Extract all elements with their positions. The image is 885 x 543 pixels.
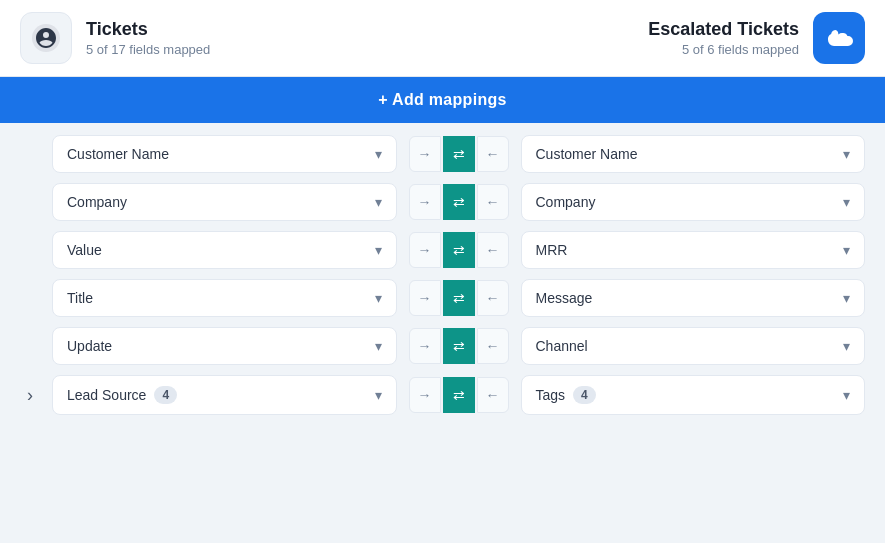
right-field-label: MRR	[536, 242, 568, 258]
mapping-row-6: › Lead Source 4 ▾ → ⇄ ← Tags 4 ▾	[20, 375, 865, 415]
arrow-controls-5: → ⇄ ←	[409, 328, 509, 364]
arrow-right-btn-4[interactable]: →	[409, 280, 441, 316]
left-field-label: Title	[67, 290, 93, 306]
expand-btn-6[interactable]: ›	[20, 385, 40, 406]
escalated-logo	[813, 12, 865, 64]
mappings-list: Customer Name ▾ → ⇄ ← Customer Name ▾ Co…	[0, 123, 885, 427]
header-left: Tickets 5 of 17 fields mapped	[20, 12, 210, 64]
header-right: Escalated Tickets 5 of 6 fields mapped	[648, 12, 865, 64]
tickets-info: Tickets 5 of 17 fields mapped	[86, 19, 210, 57]
arrow-left-btn-2[interactable]: ←	[477, 184, 509, 220]
right-field-label: Tags	[536, 387, 566, 403]
arrow-right-btn-6[interactable]: →	[409, 377, 441, 413]
chevron-down-icon: ▾	[375, 242, 382, 258]
arrow-left-btn-1[interactable]: ←	[477, 136, 509, 172]
mapping-row-3: Value ▾ → ⇄ ← MRR ▾	[20, 231, 865, 269]
left-field-lead-source[interactable]: Lead Source 4 ▾	[52, 375, 397, 415]
arrow-controls-2: → ⇄ ←	[409, 184, 509, 220]
chevron-down-icon: ▾	[843, 338, 850, 354]
left-field-label: Company	[67, 194, 127, 210]
arrow-left-btn-4[interactable]: ←	[477, 280, 509, 316]
chevron-down-icon: ▾	[375, 194, 382, 210]
arrow-controls-6: → ⇄ ←	[409, 377, 509, 413]
right-field-customer-name[interactable]: Customer Name ▾	[521, 135, 866, 173]
chevron-down-icon: ▾	[843, 290, 850, 306]
chevron-down-icon: ▾	[843, 194, 850, 210]
header: Tickets 5 of 17 fields mapped Escalated …	[0, 0, 885, 77]
right-field-label: Channel	[536, 338, 588, 354]
tags-badge: 4	[573, 386, 596, 404]
chevron-down-icon: ▾	[843, 242, 850, 258]
lead-source-badge: 4	[154, 386, 177, 404]
swap-btn-3[interactable]: ⇄	[443, 232, 475, 268]
left-field-customer-name[interactable]: Customer Name ▾	[52, 135, 397, 173]
right-field-label: Company	[536, 194, 596, 210]
swap-btn-6[interactable]: ⇄	[443, 377, 475, 413]
tickets-title: Tickets	[86, 19, 210, 40]
arrow-controls-1: → ⇄ ←	[409, 136, 509, 172]
left-field-value[interactable]: Value ▾	[52, 231, 397, 269]
left-field-label: Customer Name	[67, 146, 169, 162]
arrow-right-btn-5[interactable]: →	[409, 328, 441, 364]
mapping-row-4: Title ▾ → ⇄ ← Message ▾	[20, 279, 865, 317]
arrow-left-btn-3[interactable]: ←	[477, 232, 509, 268]
chevron-down-icon: ▾	[375, 338, 382, 354]
right-field-mrr[interactable]: MRR ▾	[521, 231, 866, 269]
chevron-down-icon: ▾	[843, 387, 850, 403]
chevron-down-icon: ▾	[375, 290, 382, 306]
left-field-label: Value	[67, 242, 102, 258]
app-container: Tickets 5 of 17 fields mapped Escalated …	[0, 0, 885, 427]
chevron-down-icon: ▾	[375, 387, 382, 403]
tickets-subtitle: 5 of 17 fields mapped	[86, 42, 210, 57]
chevron-down-icon: ▾	[843, 146, 850, 162]
right-field-label: Message	[536, 290, 593, 306]
swap-btn-1[interactable]: ⇄	[443, 136, 475, 172]
arrow-right-btn-1[interactable]: →	[409, 136, 441, 172]
arrow-right-btn-2[interactable]: →	[409, 184, 441, 220]
tickets-logo	[20, 12, 72, 64]
add-mappings-button[interactable]: + Add mappings	[0, 77, 885, 123]
right-field-tags[interactable]: Tags 4 ▾	[521, 375, 866, 415]
swap-btn-5[interactable]: ⇄	[443, 328, 475, 364]
escalated-tickets-info: Escalated Tickets 5 of 6 fields mapped	[648, 19, 799, 57]
right-field-label: Customer Name	[536, 146, 638, 162]
right-field-message[interactable]: Message ▾	[521, 279, 866, 317]
right-field-channel[interactable]: Channel ▾	[521, 327, 866, 365]
mapping-row-5: Update ▾ → ⇄ ← Channel ▾	[20, 327, 865, 365]
arrow-controls-4: → ⇄ ←	[409, 280, 509, 316]
arrow-controls-3: → ⇄ ←	[409, 232, 509, 268]
left-field-title[interactable]: Title ▾	[52, 279, 397, 317]
swap-btn-4[interactable]: ⇄	[443, 280, 475, 316]
arrow-left-btn-6[interactable]: ←	[477, 377, 509, 413]
escalated-subtitle: 5 of 6 fields mapped	[648, 42, 799, 57]
chevron-down-icon: ▾	[375, 146, 382, 162]
left-field-label: Lead Source	[67, 387, 146, 403]
arrow-right-btn-3[interactable]: →	[409, 232, 441, 268]
arrow-left-btn-5[interactable]: ←	[477, 328, 509, 364]
left-field-label: Update	[67, 338, 112, 354]
left-field-update[interactable]: Update ▾	[52, 327, 397, 365]
left-field-company[interactable]: Company ▾	[52, 183, 397, 221]
right-field-company[interactable]: Company ▾	[521, 183, 866, 221]
escalated-title: Escalated Tickets	[648, 19, 799, 40]
mapping-row-1: Customer Name ▾ → ⇄ ← Customer Name ▾	[20, 135, 865, 173]
swap-btn-2[interactable]: ⇄	[443, 184, 475, 220]
mapping-row-2: Company ▾ → ⇄ ← Company ▾	[20, 183, 865, 221]
